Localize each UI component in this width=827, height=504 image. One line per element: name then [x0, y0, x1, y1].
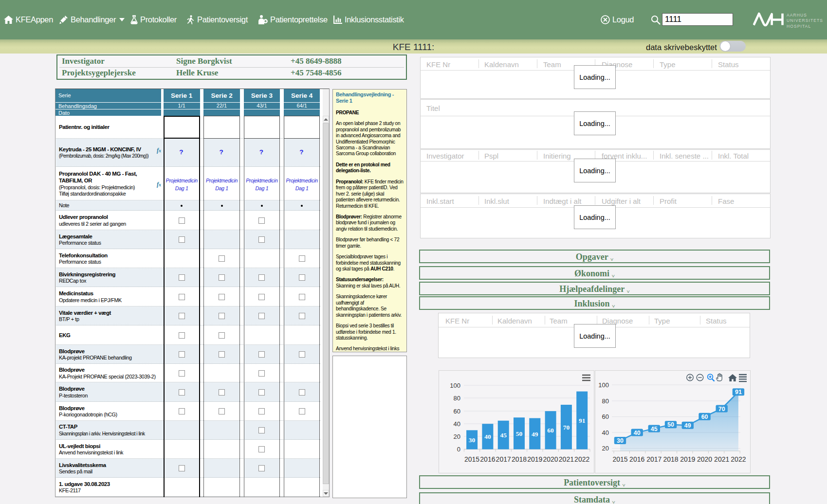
- svg-text:2016: 2016: [480, 455, 495, 463]
- svg-text:100: 100: [450, 382, 460, 389]
- svg-text:2018: 2018: [663, 455, 678, 463]
- svg-text:40: 40: [634, 430, 641, 436]
- svg-text:2018: 2018: [512, 455, 527, 463]
- svg-text:2019: 2019: [527, 455, 542, 463]
- svg-text:30: 30: [617, 437, 624, 444]
- svg-text:45: 45: [500, 432, 507, 439]
- svg-text:49: 49: [532, 431, 538, 438]
- svg-text:2020: 2020: [543, 455, 558, 463]
- svg-text:2015: 2015: [612, 455, 627, 463]
- svg-text:2022: 2022: [731, 455, 746, 463]
- svg-text:50: 50: [516, 430, 523, 437]
- svg-text:2019: 2019: [680, 455, 695, 463]
- svg-text:91: 91: [735, 389, 742, 396]
- svg-text:49: 49: [684, 422, 691, 429]
- svg-text:60: 60: [701, 414, 708, 420]
- svg-text:70: 70: [718, 406, 725, 413]
- svg-text:30: 30: [469, 436, 476, 444]
- svg-text:40: 40: [602, 429, 609, 436]
- svg-text:80: 80: [454, 395, 460, 402]
- svg-text:20: 20: [454, 433, 460, 440]
- svg-text:40: 40: [484, 433, 491, 440]
- svg-text:80: 80: [602, 397, 609, 405]
- svg-text:40: 40: [454, 420, 460, 428]
- svg-text:2021: 2021: [559, 455, 574, 463]
- svg-text:0: 0: [457, 446, 460, 453]
- svg-text:2020: 2020: [697, 455, 712, 463]
- svg-text:2017: 2017: [646, 455, 662, 463]
- svg-text:2017: 2017: [496, 455, 511, 463]
- svg-text:91: 91: [579, 417, 586, 424]
- svg-text:100: 100: [598, 381, 609, 389]
- svg-text:2016: 2016: [629, 455, 644, 463]
- svg-text:60: 60: [454, 408, 460, 415]
- svg-text:2015: 2015: [464, 455, 479, 463]
- svg-text:2021: 2021: [714, 455, 729, 463]
- svg-text:45: 45: [651, 426, 658, 432]
- svg-text:20: 20: [602, 445, 609, 452]
- svg-text:60: 60: [547, 427, 554, 434]
- svg-text:60: 60: [602, 413, 609, 420]
- svg-text:50: 50: [667, 421, 674, 428]
- svg-text:2022: 2022: [574, 455, 589, 463]
- svg-text:70: 70: [563, 424, 570, 431]
